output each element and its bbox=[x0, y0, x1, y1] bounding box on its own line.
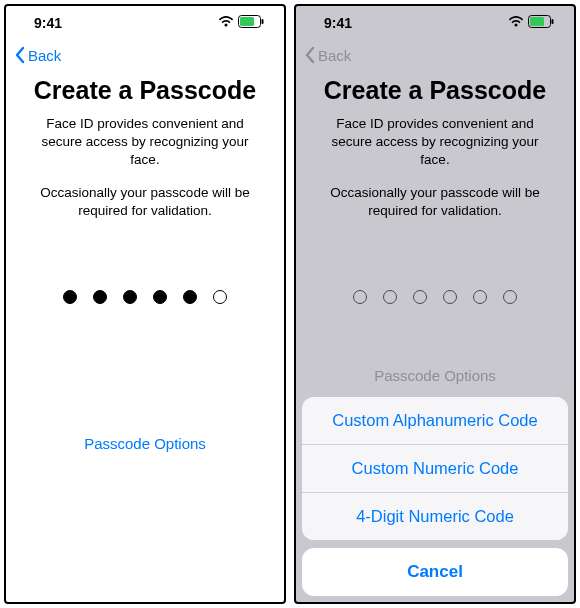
status-icons bbox=[218, 15, 264, 31]
page-title: Create a Passcode bbox=[28, 76, 262, 105]
chevron-left-icon bbox=[304, 46, 316, 64]
passcode-dot bbox=[123, 290, 137, 304]
passcode-dot bbox=[93, 290, 107, 304]
battery-icon bbox=[528, 15, 554, 31]
passcode-dot bbox=[503, 290, 517, 304]
status-time: 9:41 bbox=[324, 15, 352, 31]
status-time: 9:41 bbox=[34, 15, 62, 31]
passcode-dot bbox=[213, 290, 227, 304]
action-sheet-group: Custom Alphanumeric Code Custom Numeric … bbox=[302, 397, 568, 540]
passcode-dot bbox=[183, 290, 197, 304]
action-cancel[interactable]: Cancel bbox=[302, 548, 568, 596]
nav-bar: Back bbox=[296, 40, 574, 70]
svg-rect-4 bbox=[530, 17, 544, 26]
status-bar: 9:41 bbox=[296, 6, 574, 40]
passcode-dot bbox=[473, 290, 487, 304]
back-label: Back bbox=[28, 47, 61, 64]
passcode-dot bbox=[63, 290, 77, 304]
phone-right: 9:41 Back Create a Passcode Face ID prov… bbox=[294, 4, 576, 604]
content-left: Create a Passcode Face ID provides conve… bbox=[6, 70, 284, 602]
description-2: Occasionally your passcode will be requi… bbox=[318, 184, 552, 220]
description-1: Face ID provides convenient and secure a… bbox=[318, 115, 552, 170]
chevron-left-icon bbox=[14, 46, 26, 64]
description-2: Occasionally your passcode will be requi… bbox=[28, 184, 262, 220]
passcode-dot bbox=[153, 290, 167, 304]
action-sheet: Custom Alphanumeric Code Custom Numeric … bbox=[302, 397, 568, 596]
phone-left: 9:41 Back Create a Passcode Face ID prov… bbox=[4, 4, 286, 604]
svg-rect-2 bbox=[262, 19, 264, 24]
description-1: Face ID provides convenient and secure a… bbox=[28, 115, 262, 170]
wifi-icon bbox=[218, 15, 234, 31]
nav-bar: Back bbox=[6, 40, 284, 70]
passcode-dot bbox=[383, 290, 397, 304]
back-button[interactable]: Back bbox=[14, 46, 61, 64]
status-bar: 9:41 bbox=[6, 6, 284, 40]
action-alphanumeric[interactable]: Custom Alphanumeric Code bbox=[302, 397, 568, 445]
passcode-dots bbox=[318, 290, 552, 304]
svg-rect-1 bbox=[240, 17, 254, 26]
passcode-dots bbox=[28, 290, 262, 304]
passcode-dot bbox=[353, 290, 367, 304]
passcode-dot bbox=[413, 290, 427, 304]
action-numeric[interactable]: Custom Numeric Code bbox=[302, 445, 568, 493]
back-button[interactable]: Back bbox=[304, 46, 351, 64]
status-icons bbox=[508, 15, 554, 31]
passcode-dot bbox=[443, 290, 457, 304]
passcode-options-link-dim: Passcode Options bbox=[318, 367, 552, 384]
back-label: Back bbox=[318, 47, 351, 64]
wifi-icon bbox=[508, 15, 524, 31]
passcode-options-link[interactable]: Passcode Options bbox=[28, 435, 262, 452]
action-4digit[interactable]: 4-Digit Numeric Code bbox=[302, 493, 568, 540]
battery-icon bbox=[238, 15, 264, 31]
svg-rect-5 bbox=[552, 19, 554, 24]
page-title: Create a Passcode bbox=[318, 76, 552, 105]
